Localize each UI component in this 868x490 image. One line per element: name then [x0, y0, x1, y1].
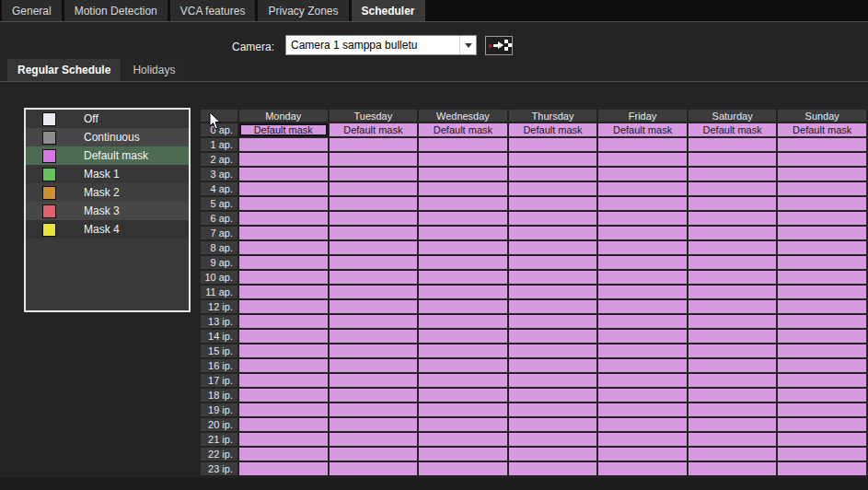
- schedule-cell-sunday-11-ap[interactable]: [778, 286, 866, 298]
- camera-select[interactable]: Camera 1 samppa bulletu: [285, 35, 477, 55]
- schedule-cell-wednesday-21-ip[interactable]: [419, 433, 507, 446]
- schedule-cell-monday-15-ip[interactable]: [239, 344, 328, 357]
- schedule-cell-monday-11-ap[interactable]: [239, 286, 328, 298]
- schedule-cell-tuesday-1-ap[interactable]: [330, 138, 418, 151]
- tab-general[interactable]: General: [2, 0, 62, 21]
- schedule-cell-thursday-18-ip[interactable]: [509, 389, 597, 402]
- schedule-cell-tuesday-12-ip[interactable]: [330, 300, 418, 313]
- schedule-cell-saturday-19-ip[interactable]: [689, 403, 777, 416]
- schedule-cell-sunday-0-ap[interactable]: Default mask: [778, 123, 866, 136]
- schedule-cell-friday-19-ip[interactable]: [598, 403, 687, 416]
- schedule-cell-friday-3-ap[interactable]: [598, 168, 687, 181]
- schedule-cell-thursday-10-ap[interactable]: [509, 271, 597, 284]
- schedule-cell-saturday-13-ip[interactable]: [689, 315, 777, 328]
- schedule-cell-friday-18-ip[interactable]: [598, 389, 687, 402]
- schedule-cell-saturday-18-ip[interactable]: [689, 389, 777, 402]
- schedule-cell-wednesday-22-ip[interactable]: [419, 448, 507, 461]
- schedule-cell-friday-11-ap[interactable]: [598, 286, 687, 298]
- schedule-cell-thursday-6-ap[interactable]: [509, 212, 597, 225]
- schedule-cell-monday-17-ip[interactable]: [239, 374, 328, 387]
- schedule-cell-thursday-9-ap[interactable]: [509, 256, 597, 269]
- schedule-cell-sunday-2-ap[interactable]: [778, 153, 866, 166]
- schedule-cell-friday-10-ap[interactable]: [598, 271, 687, 284]
- schedule-cell-saturday-21-ip[interactable]: [689, 433, 777, 446]
- schedule-cell-wednesday-8-ap[interactable]: [419, 241, 507, 254]
- schedule-cell-monday-12-ip[interactable]: [239, 300, 328, 313]
- schedule-cell-wednesday-18-ip[interactable]: [419, 389, 507, 402]
- schedule-cell-wednesday-10-ap[interactable]: [419, 271, 507, 284]
- schedule-cell-wednesday-13-ip[interactable]: [419, 315, 507, 328]
- copy-to-cameras-button[interactable]: [485, 36, 513, 55]
- schedule-cell-saturday-17-ip[interactable]: [689, 374, 777, 387]
- legend-item-mask-3[interactable]: Mask 3: [26, 202, 189, 220]
- schedule-cell-thursday-14-ip[interactable]: [509, 330, 597, 343]
- schedule-cell-saturday-8-ap[interactable]: [689, 241, 777, 254]
- schedule-cell-saturday-7-ap[interactable]: [689, 227, 777, 239]
- schedule-cell-wednesday-0-ap[interactable]: Default mask: [419, 123, 507, 136]
- schedule-cell-thursday-5-ap[interactable]: [509, 197, 597, 210]
- schedule-cell-tuesday-23-ip[interactable]: [330, 462, 418, 475]
- schedule-cell-monday-20-ip[interactable]: [239, 418, 328, 431]
- schedule-cell-thursday-21-ip[interactable]: [509, 433, 597, 446]
- schedule-cell-thursday-7-ap[interactable]: [509, 227, 597, 239]
- schedule-cell-thursday-13-ip[interactable]: [509, 315, 597, 328]
- schedule-cell-friday-13-ip[interactable]: [598, 315, 687, 328]
- schedule-cell-thursday-11-ap[interactable]: [509, 286, 597, 298]
- schedule-cell-sunday-19-ip[interactable]: [778, 403, 866, 416]
- schedule-cell-tuesday-7-ap[interactable]: [330, 227, 418, 239]
- schedule-cell-friday-8-ap[interactable]: [598, 241, 687, 254]
- schedule-cell-friday-16-ip[interactable]: [598, 359, 687, 372]
- schedule-cell-saturday-22-ip[interactable]: [689, 448, 777, 461]
- schedule-cell-thursday-19-ip[interactable]: [509, 403, 597, 416]
- schedule-cell-tuesday-10-ap[interactable]: [330, 271, 418, 284]
- schedule-cell-thursday-4-ap[interactable]: [509, 182, 597, 195]
- tab-regular-schedule[interactable]: Regular Schedule: [7, 59, 121, 81]
- schedule-cell-monday-9-ap[interactable]: [239, 256, 328, 269]
- schedule-cell-friday-17-ip[interactable]: [598, 374, 687, 387]
- schedule-cell-saturday-20-ip[interactable]: [689, 418, 777, 431]
- schedule-cell-monday-10-ap[interactable]: [239, 271, 328, 284]
- schedule-cell-thursday-15-ip[interactable]: [509, 344, 597, 357]
- schedule-cell-friday-1-ap[interactable]: [598, 138, 687, 151]
- schedule-cell-tuesday-3-ap[interactable]: [330, 168, 418, 181]
- schedule-cell-sunday-6-ap[interactable]: [778, 212, 866, 225]
- schedule-cell-monday-4-ap[interactable]: [239, 182, 328, 195]
- schedule-cell-tuesday-8-ap[interactable]: [330, 241, 418, 254]
- schedule-cell-saturday-4-ap[interactable]: [689, 182, 777, 195]
- legend-item-default-mask[interactable]: Default mask: [26, 146, 189, 165]
- schedule-cell-saturday-23-ip[interactable]: [689, 462, 777, 475]
- schedule-cell-sunday-4-ap[interactable]: [778, 182, 866, 195]
- schedule-cell-wednesday-16-ip[interactable]: [419, 359, 507, 372]
- schedule-cell-friday-20-ip[interactable]: [598, 418, 687, 431]
- schedule-cell-sunday-20-ip[interactable]: [778, 418, 866, 431]
- schedule-cell-sunday-17-ip[interactable]: [778, 374, 866, 387]
- legend-item-off[interactable]: Off: [26, 110, 189, 128]
- schedule-cell-thursday-12-ip[interactable]: [509, 300, 597, 313]
- tab-scheduler[interactable]: Scheduler: [352, 0, 425, 21]
- schedule-cell-sunday-16-ip[interactable]: [778, 359, 866, 372]
- schedule-cell-monday-22-ip[interactable]: [239, 448, 328, 461]
- schedule-cell-tuesday-5-ap[interactable]: [330, 197, 418, 210]
- schedule-cell-thursday-1-ap[interactable]: [509, 138, 597, 151]
- schedule-cell-wednesday-12-ip[interactable]: [419, 300, 507, 313]
- schedule-cell-tuesday-2-ap[interactable]: [330, 153, 418, 166]
- schedule-cell-wednesday-15-ip[interactable]: [419, 344, 507, 357]
- schedule-cell-saturday-11-ap[interactable]: [689, 286, 777, 298]
- schedule-cell-saturday-9-ap[interactable]: [689, 256, 777, 269]
- schedule-cell-sunday-14-ip[interactable]: [778, 330, 866, 343]
- schedule-cell-tuesday-14-ip[interactable]: [330, 330, 418, 343]
- schedule-cell-sunday-22-ip[interactable]: [778, 448, 866, 461]
- schedule-cell-sunday-1-ap[interactable]: [778, 138, 866, 151]
- schedule-cell-monday-8-ap[interactable]: [239, 241, 328, 254]
- schedule-cell-sunday-9-ap[interactable]: [778, 256, 866, 269]
- schedule-cell-thursday-16-ip[interactable]: [509, 359, 597, 372]
- schedule-cell-saturday-1-ap[interactable]: [689, 138, 777, 151]
- schedule-cell-wednesday-23-ip[interactable]: [419, 462, 507, 475]
- schedule-cell-wednesday-14-ip[interactable]: [419, 330, 507, 343]
- schedule-cell-friday-4-ap[interactable]: [598, 182, 687, 195]
- schedule-cell-thursday-17-ip[interactable]: [509, 374, 597, 387]
- camera-select-arrow[interactable]: [459, 36, 476, 54]
- schedule-cell-saturday-15-ip[interactable]: [689, 344, 777, 357]
- tab-motion-detection[interactable]: Motion Detection: [64, 0, 168, 21]
- schedule-cell-monday-13-ip[interactable]: [239, 315, 328, 328]
